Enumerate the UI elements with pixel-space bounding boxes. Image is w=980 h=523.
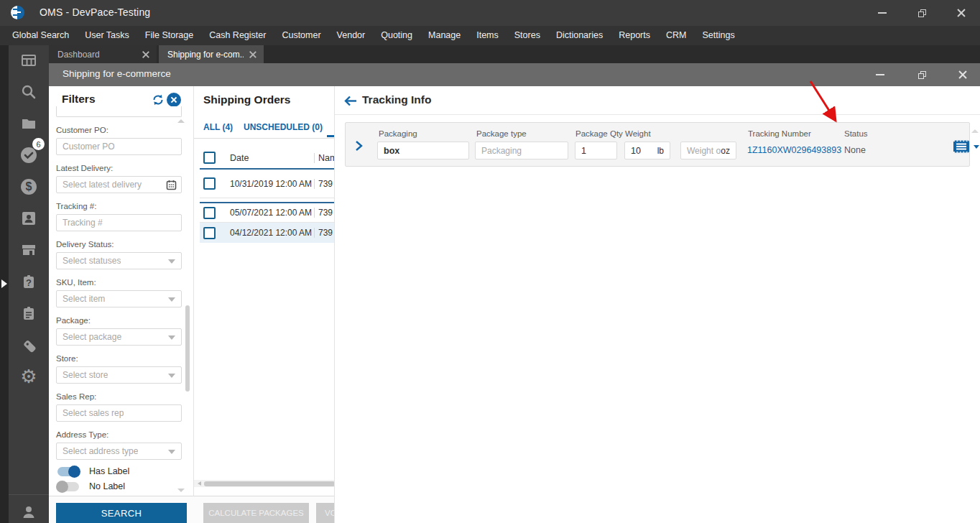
menu-dictionaries[interactable]: Dictionaries: [548, 26, 611, 45]
menu-global-search[interactable]: Global Search: [4, 26, 77, 45]
table-row-selected[interactable]: 04/12/2021 12:00 AM 739: [200, 223, 335, 243]
column-header-date[interactable]: Date: [227, 153, 314, 163]
menu-crm[interactable]: CRM: [658, 26, 694, 45]
calendar-icon[interactable]: [166, 180, 177, 190]
tab-dashboard[interactable]: Dashboard: [49, 45, 157, 63]
menu-file-storage[interactable]: File Storage: [137, 26, 201, 45]
tab-dashboard-close-icon[interactable]: [142, 51, 149, 58]
tracking-scroll-up-icon[interactable]: [971, 129, 979, 133]
tags-icon[interactable]: [16, 332, 42, 358]
menu-vendor[interactable]: Vendor: [329, 26, 374, 45]
mdi-close-button[interactable]: [952, 67, 974, 83]
menu-cash-register[interactable]: Cash Register: [201, 26, 274, 45]
orders-h-scrollbar-thumb[interactable]: [204, 481, 335, 486]
restore-button[interactable]: [911, 5, 933, 21]
package-type-label: Package type: [476, 129, 527, 138]
weight-oz-input[interactable]: Weight ozoz: [680, 142, 736, 159]
search-icon[interactable]: [16, 79, 42, 105]
help-clipboard-icon[interactable]: ?: [16, 269, 42, 295]
weight-input[interactable]: 10lb: [624, 142, 670, 159]
column-header-name[interactable]: Name: [314, 153, 335, 163]
contacts-icon[interactable]: [16, 205, 42, 231]
group-separator: [200, 198, 335, 203]
tab-shipping-close-icon[interactable]: [249, 51, 256, 58]
row-checkbox[interactable]: [203, 177, 216, 190]
sku-item-select[interactable]: Select item: [56, 290, 182, 307]
sidebar-expand-icon[interactable]: [1, 279, 7, 288]
tasks-check-icon[interactable]: 6: [16, 142, 42, 168]
address-type-select[interactable]: Select address type: [56, 443, 182, 460]
folders-icon[interactable]: [16, 111, 42, 136]
has-label-toggle[interactable]: [57, 467, 79, 476]
sku-item-placeholder: Select item: [63, 294, 105, 304]
calculate-packages-button[interactable]: CALCULATE PACKAGES: [203, 503, 309, 523]
table-row[interactable]: 10/31/2019 12:00 AM 739: [200, 170, 335, 198]
settings-gear-icon[interactable]: ⚙: [16, 364, 42, 389]
minimize-button[interactable]: [872, 5, 893, 21]
tracking-number-input[interactable]: Tracking #: [56, 214, 182, 231]
weight-oz-unit: oz: [721, 146, 730, 156]
billing-icon[interactable]: $: [16, 174, 42, 200]
label-print-icon[interactable]: [953, 139, 970, 154]
menu-items[interactable]: Items: [468, 26, 507, 45]
app-window: OMS - DevPace-Testing Global Search User…: [0, 0, 980, 523]
dashboard-icon[interactable]: [16, 47, 42, 73]
store-icon[interactable]: [16, 237, 42, 263]
menu-stores[interactable]: Stores: [507, 26, 548, 45]
question-glyph: ?: [26, 278, 32, 287]
filter-tracking: Tracking #: Tracking #: [56, 202, 182, 231]
mdi-restore-icon: [918, 71, 926, 79]
chevron-down-icon: [168, 297, 175, 302]
scrolled-input-partial[interactable]: [56, 106, 182, 117]
filters-close-icon[interactable]: [167, 93, 181, 107]
void-button[interactable]: VOID: [316, 503, 335, 523]
store-select[interactable]: Select store: [56, 366, 182, 384]
package-type-input[interactable]: Packaging: [475, 142, 568, 159]
orders-h-scrollbar[interactable]: [194, 480, 335, 487]
titlebar: OMS - DevPace-Testing: [0, 0, 980, 26]
filters-scrollbar-thumb[interactable]: [185, 305, 190, 392]
menu-settings[interactable]: Settings: [694, 26, 742, 45]
menu-quoting[interactable]: Quoting: [373, 26, 420, 45]
scroll-left-icon[interactable]: [198, 481, 201, 486]
weight-value: 10: [631, 146, 641, 156]
back-arrow-icon[interactable]: [343, 96, 358, 106]
packaging-input[interactable]: box: [377, 142, 469, 159]
filter-label: SKU, Item:: [56, 278, 182, 287]
row-checkbox[interactable]: [203, 207, 216, 219]
menu-reports[interactable]: Reports: [611, 26, 658, 45]
delivery-status-select[interactable]: Select statuses: [56, 252, 182, 269]
label-dropdown-caret-icon[interactable]: [974, 145, 979, 149]
filter-customer-po: Customer PO: Customer PO: [56, 126, 182, 155]
table-row[interactable]: 05/07/2021 12:00 AM 739: [200, 203, 335, 223]
package-qty-input[interactable]: 1: [575, 142, 617, 159]
tab-all[interactable]: ALL (4): [203, 122, 233, 132]
latest-delivery-input[interactable]: Select latest delivery: [56, 176, 182, 193]
menu-customer[interactable]: Customer: [274, 26, 328, 45]
package-select[interactable]: Select package: [56, 328, 182, 346]
filter-label: Store:: [56, 354, 182, 363]
weight-label: Weight: [625, 129, 651, 138]
orders-clipboard-icon[interactable]: [16, 300, 42, 326]
search-button[interactable]: SEARCH: [56, 503, 187, 523]
tracking-number-link[interactable]: 1Z1160XW0296493893: [747, 145, 841, 155]
close-button[interactable]: [951, 5, 972, 21]
sales-rep-input[interactable]: Select sales rep: [56, 404, 182, 422]
select-all-checkbox[interactable]: [203, 152, 216, 164]
tab-unscheduled[interactable]: UNSCHEDULED (0): [244, 122, 323, 132]
expand-row-icon[interactable]: [353, 139, 364, 152]
tab-shipping[interactable]: Shipping for e-com...: [159, 45, 264, 63]
no-label-toggle[interactable]: [57, 482, 79, 491]
menu-manage[interactable]: Manage: [420, 26, 468, 45]
mdi-window-title: Shipping for e-commerce: [63, 68, 171, 79]
mdi-minimize-button[interactable]: [869, 67, 891, 83]
user-profile-icon[interactable]: [16, 499, 42, 523]
menu-user-tasks[interactable]: User Tasks: [77, 26, 137, 45]
row-checkbox[interactable]: [203, 227, 216, 239]
packaging-label: Packaging: [379, 129, 417, 138]
customer-po-input[interactable]: Customer PO: [56, 138, 182, 155]
mdi-restore-button[interactable]: [911, 67, 933, 83]
refresh-icon[interactable]: [151, 93, 165, 107]
scroll-up-icon[interactable]: [177, 119, 185, 123]
scroll-down-icon[interactable]: [177, 489, 185, 492]
